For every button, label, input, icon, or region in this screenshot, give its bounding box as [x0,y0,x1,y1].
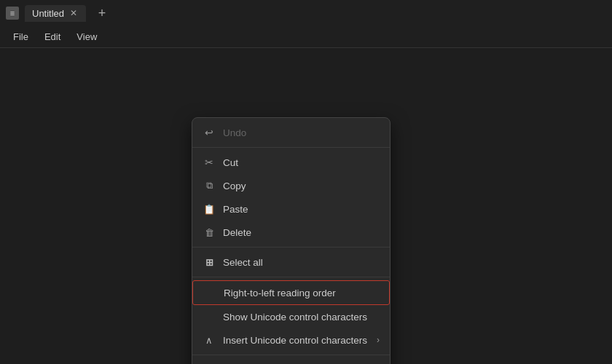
show-unicode-label: Show Unicode control characters [223,312,380,323]
context-menu-rtl[interactable]: Right-to-left reading order [192,280,390,305]
copy-icon: ⧉ [203,179,216,192]
context-menu-copy[interactable]: ⧉ Copy [192,174,390,197]
cut-label: Cut [223,157,380,168]
menu-edit[interactable]: Edit [37,28,68,45]
delete-icon: 🗑 [203,226,216,239]
show-unicode-icon [203,310,216,323]
context-menu-select-all[interactable]: ⊞ Select all [192,250,390,274]
context-menu-paste[interactable]: 📋 Paste [192,197,390,221]
menubar: File Edit View [0,26,612,48]
menu-file[interactable]: File [6,28,36,45]
context-menu-insert-unicode[interactable]: ∧ Insert Unicode control characters › [192,328,390,352]
active-tab[interactable]: Untitled ✕ [25,5,86,22]
delete-label: Delete [223,227,380,238]
separator-4 [192,355,390,355]
select-all-icon: ⊞ [203,256,216,269]
tab-close-button[interactable]: ✕ [68,8,79,18]
undo-label: Undo [223,127,380,138]
insert-unicode-label: Insert Unicode control characters [223,335,369,346]
titlebar: ≡ Untitled ✕ + [0,0,612,26]
separator-2 [192,247,390,248]
arrow-icon: › [377,335,380,345]
tab-title: Untitled [32,8,64,19]
separator-1 [192,147,390,148]
context-menu-show-unicode[interactable]: Show Unicode control characters [192,305,390,328]
context-menu-cut[interactable]: ✂ Cut [192,151,390,174]
context-menu-undo[interactable]: ↩ Undo [192,121,390,144]
context-menu: ↩ Undo ✂ Cut ⧉ Copy 📋 Paste 🗑 Delete ⊞ S [192,117,391,364]
context-menu-reconversion[interactable]: ↺ Reconversion [192,358,390,364]
rtl-icon [203,286,216,299]
separator-3 [192,277,390,277]
app-icon: ≡ [6,7,19,20]
content-area: ↩ Undo ✂ Cut ⧉ Copy 📋 Paste 🗑 Delete ⊞ S [0,48,612,364]
menu-view[interactable]: View [69,28,104,45]
select-all-label: Select all [223,257,380,268]
rtl-label: Right-to-left reading order [224,288,379,298]
paste-icon: 📋 [203,202,216,215]
context-menu-delete[interactable]: 🗑 Delete [192,221,390,244]
copy-label: Copy [223,181,380,191]
new-tab-button[interactable]: + [92,3,112,23]
insert-unicode-icon: ∧ [203,333,216,347]
paste-label: Paste [223,204,380,215]
cut-icon: ✂ [203,156,216,169]
undo-icon: ↩ [203,126,216,139]
